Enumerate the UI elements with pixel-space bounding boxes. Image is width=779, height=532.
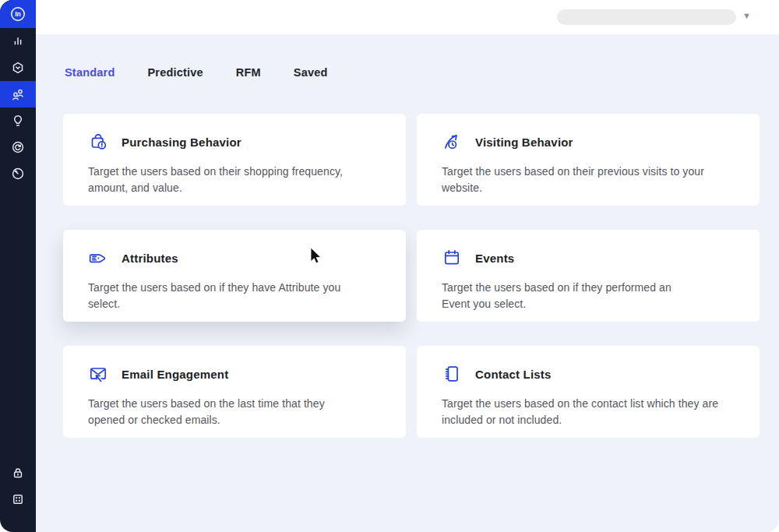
brand-in-logo-icon: In (9, 5, 26, 23)
card-title: Contact Lists (475, 368, 552, 381)
sidebar-item-apps[interactable] (0, 486, 36, 513)
app-window: In (0, 0, 779, 532)
sidebar: In (0, 0, 36, 532)
card-attributes[interactable]: Attributes Target the users based on if … (63, 230, 406, 322)
calendar-icon (442, 248, 462, 268)
sidebar-item-packages[interactable] (0, 55, 36, 81)
card-head: Contact Lists (442, 364, 735, 384)
card-title: Attributes (122, 252, 178, 265)
card-contact-lists[interactable]: Contact Lists Target the users based on … (417, 346, 760, 438)
sidebar-logo[interactable]: In (0, 0, 36, 28)
users-icon (11, 87, 25, 101)
main-content: Standard Predictive RFM Saved Purchasing… (36, 34, 779, 532)
card-head: Attributes (88, 248, 381, 268)
card-description: Target the users based on if they perfor… (442, 280, 735, 312)
sidebar-item-automation[interactable] (0, 134, 36, 160)
tab-saved[interactable]: Saved (294, 66, 328, 79)
apps-grid-icon (11, 492, 25, 506)
sidebar-item-audience[interactable] (0, 81, 36, 107)
card-email-engagement[interactable]: Email Engagement Target the users based … (63, 346, 406, 438)
notebook-icon (442, 364, 462, 384)
bar-chart-icon (11, 34, 25, 48)
email-cursor-icon (88, 364, 108, 384)
sidebar-item-ideas[interactable] (0, 107, 36, 134)
chevron-down-icon[interactable]: ▼ (742, 12, 751, 20)
sidebar-item-analytics[interactable] (0, 28, 36, 55)
card-title: Visiting Behavior (475, 136, 573, 149)
sidebar-item-lock[interactable] (0, 460, 36, 486)
tab-standard[interactable]: Standard (65, 66, 115, 79)
card-purchasing-behavior[interactable]: Purchasing Behavior Target the users bas… (63, 114, 406, 206)
lock-icon (11, 466, 25, 480)
card-description: Target the users based on the contact li… (442, 396, 735, 428)
card-head: Purchasing Behavior (88, 132, 381, 152)
lightbulb-icon (11, 114, 25, 128)
card-title: Purchasing Behavior (122, 136, 241, 149)
card-events[interactable]: Events Target the users based on if they… (417, 230, 760, 322)
cursor-clock-icon (442, 132, 462, 152)
card-head: Events (442, 248, 735, 268)
card-title: Email Engagement (122, 368, 228, 381)
card-description: Target the users based on their previous… (442, 164, 735, 196)
sync-circle-icon (11, 140, 25, 154)
topbar: ▼ (36, 0, 779, 34)
segment-card-grid: Purchasing Behavior Target the users bas… (63, 114, 760, 438)
card-title: Events (475, 252, 514, 265)
card-description: Target the users based on their shopping… (88, 164, 381, 196)
sidebar-bottom (0, 460, 36, 513)
hexagon-chevron-icon (11, 61, 25, 75)
sidebar-item-history[interactable] (0, 160, 36, 187)
brand-logo-text: In (15, 10, 21, 18)
card-head: Visiting Behavior (442, 132, 735, 152)
card-description: Target the users based on the last time … (88, 396, 381, 428)
tab-rfm[interactable]: RFM (236, 66, 261, 79)
clock-history-icon (11, 167, 25, 181)
tab-predictive[interactable]: Predictive (147, 66, 203, 79)
shopping-bag-alert-icon (88, 132, 108, 152)
tag-icon (88, 248, 108, 268)
card-description: Target the users based on if they have A… (88, 280, 381, 312)
account-pill[interactable] (557, 9, 736, 25)
segment-tabs: Standard Predictive RFM Saved (65, 66, 328, 79)
card-head: Email Engagement (88, 364, 381, 384)
card-visiting-behavior[interactable]: Visiting Behavior Target the users based… (417, 114, 760, 206)
